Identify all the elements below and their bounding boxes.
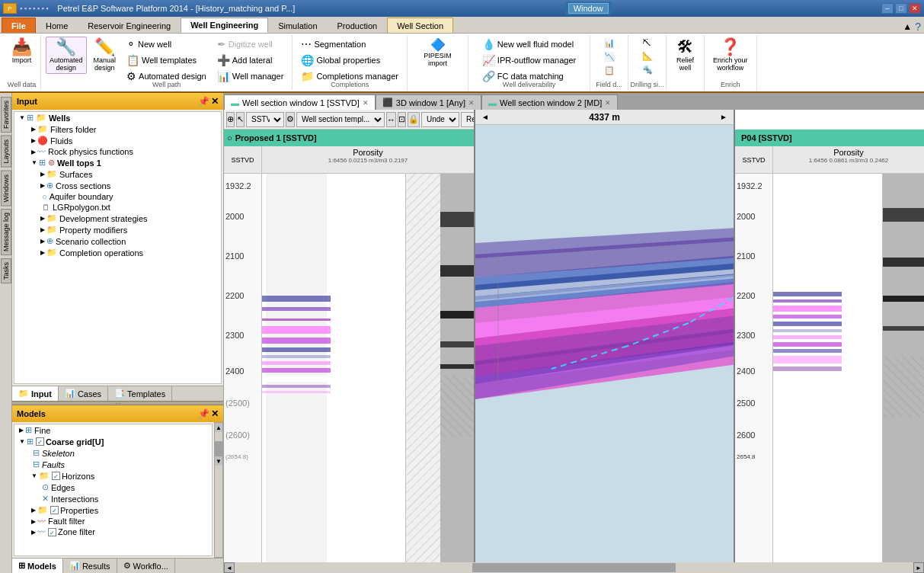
ipr-button[interactable]: 📈 IPR-outflow manager (478, 53, 580, 68)
devstrat-arrow[interactable]: ▶ (40, 215, 45, 222)
tree-item-filters[interactable]: ▶ 📁 Filters folder (14, 123, 221, 135)
nav-up-icon[interactable]: ▲ (903, 21, 912, 32)
scroll-right-btn[interactable]: ► (913, 562, 924, 573)
scroll-down-btn[interactable]: ▼ (215, 456, 222, 466)
properties-arrow[interactable]: ▶ (31, 507, 36, 514)
tree-item-cross-sections[interactable]: ▶ ⊕ Cross sections (14, 180, 221, 191)
add-lateral-button[interactable]: ➕ Add lateral (213, 53, 288, 68)
automated-design-button[interactable]: 🔧 Automateddesign (46, 37, 87, 74)
filters-arrow[interactable]: ▶ (31, 126, 36, 133)
workflows-bottom-tab[interactable]: ⚙ Workflo... (117, 559, 175, 573)
maximize-btn[interactable]: □ (895, 3, 907, 14)
tab-home[interactable]: Home (36, 18, 78, 33)
well1-sstv-select[interactable]: SSTV (246, 112, 284, 127)
tasks-tab[interactable]: Tasks (1, 258, 11, 283)
tree-item-well-tops[interactable]: ▼ ⊞ ⊚ Well tops 1 (14, 157, 221, 168)
tree-item-fault-filter[interactable]: ▶ 〰 Fault filter (14, 516, 212, 527)
segmentation-button[interactable]: ⋯ Segmentation (297, 37, 402, 52)
fieldd-btn2[interactable]: 📉 (600, 50, 619, 63)
new-well-button[interactable]: ⚬ New well (123, 37, 210, 52)
templates-tab[interactable]: 📑 Templates (108, 386, 172, 401)
surfaces-arrow[interactable]: ▶ (40, 171, 45, 178)
scroll-up-btn[interactable]: ▲ (215, 423, 222, 432)
tree-item-rock-physics[interactable]: ▶ 〰 Rock physics functions (14, 146, 221, 157)
scroll-thumb[interactable] (215, 441, 222, 456)
h-scroll-thumb[interactable] (472, 563, 676, 572)
drilling-btn2[interactable]: 📐 (638, 50, 657, 62)
well1-cursor-btn[interactable]: ↖ (236, 112, 245, 127)
cases-tab[interactable]: 📊 Cases (59, 386, 108, 401)
tree-item-prop-modifiers[interactable]: ▶ 📁 Property modifiers (14, 224, 221, 235)
3d-close-icon[interactable]: ✕ (468, 99, 475, 107)
doc-tab-well2[interactable]: ▬ Well section window 2 [MD] ✕ (481, 94, 618, 110)
tab-file[interactable]: File (2, 18, 36, 33)
propmod-arrow[interactable]: ▶ (40, 226, 45, 233)
zonefilter-arrow[interactable]: ▶ (31, 529, 36, 536)
well1-btn2[interactable]: ⊡ (398, 112, 406, 127)
pipesim-button[interactable]: 🔷 PIPESIMimport (420, 37, 456, 69)
well1-close-icon[interactable]: ✕ (363, 99, 369, 107)
horizons-arrow[interactable]: ▼ (31, 472, 37, 479)
tree-item-edges[interactable]: ⊙ Edges (14, 482, 212, 493)
models-close-icon[interactable]: ✕ (211, 408, 219, 419)
well1-config-btn[interactable]: ⚙ (286, 112, 295, 127)
well-manager-button[interactable]: 📊 Well manager (213, 69, 288, 84)
tree-item-properties[interactable]: ▶ 📁 Properties (14, 504, 212, 516)
tab-well-section[interactable]: Well Section (387, 18, 453, 33)
3d-viz[interactable] (475, 125, 734, 573)
input-tab[interactable]: 📁 Input (12, 386, 59, 401)
drilling-btn3[interactable]: 🔩 (638, 63, 657, 76)
welltops-arrow[interactable]: ▼ (31, 159, 37, 166)
well2-close-icon[interactable]: ✕ (605, 99, 611, 107)
tree-item-lgr[interactable]: 🗒 LGRpolygon.txt (14, 202, 221, 213)
wells-expand-arrow[interactable]: ▼ (19, 114, 25, 121)
h-scrollbar[interactable]: ◄ ► (224, 562, 924, 573)
tree-item-fine[interactable]: ▶ ⊞ Fine (14, 424, 212, 436)
well1-template-select[interactable]: Well section templ... (296, 112, 385, 127)
tree-item-faults[interactable]: ⊟ Faults (14, 459, 212, 470)
well1-btn3[interactable]: 🔒 (408, 112, 420, 127)
tree-item-intersections[interactable]: ✕ Intersections (14, 493, 212, 504)
new-well-fluid-button[interactable]: 💧 New well fluid model (478, 37, 580, 52)
coarse-checkbox[interactable] (36, 437, 44, 446)
tree-item-skeleton[interactable]: ⊟ Skeleton (14, 447, 212, 459)
tree-item-wells[interactable]: ▼ ⊞ 📁 Wells (14, 112, 221, 123)
well1-btn1[interactable]: ↔ (386, 112, 396, 127)
help-icon[interactable]: ? (915, 21, 921, 33)
compops-arrow[interactable]: ▶ (40, 249, 45, 256)
input-close-icon[interactable]: ✕ (211, 96, 219, 107)
tree-item-dev-strategies[interactable]: ▶ 📁 Development strategies (14, 213, 221, 224)
models-bottom-tab[interactable]: ⊞ Models (12, 559, 63, 573)
fine-arrow[interactable]: ▶ (19, 427, 24, 434)
coarse-arrow[interactable]: ▼ (19, 438, 25, 445)
import-button[interactable]: 📥 Import (8, 37, 36, 66)
tree-item-coarse[interactable]: ▼ ⊞ Coarse grid[U] (14, 436, 212, 447)
enrich-button[interactable]: ❓ Enrich yourworkflow (709, 37, 752, 74)
scroll-left-btn[interactable]: ◄ (224, 562, 235, 573)
tab-production[interactable]: Production (328, 18, 388, 33)
well1-pointer-btn[interactable]: ⊕ (226, 112, 235, 127)
tree-item-fluids[interactable]: ▶ 🔴 Fluids (14, 135, 221, 146)
tab-well-engineering[interactable]: Well Engineering (181, 18, 268, 33)
digitize-well-button[interactable]: ✒ Digitize well (213, 37, 288, 52)
windows-tab[interactable]: Windows (1, 171, 11, 206)
tree-item-scenario[interactable]: ▶ ⊕ Scenario collection (14, 235, 221, 247)
models-pin-icon[interactable]: 📌 (198, 408, 209, 419)
layouts-tab[interactable]: Layouts (1, 136, 11, 168)
pin-icon[interactable]: 📌 (198, 96, 209, 107)
tab-simulation[interactable]: Simulation (268, 18, 327, 33)
models-scrollbar[interactable]: ▲ ▼ (214, 422, 223, 558)
results-bottom-tab[interactable]: 📊 Results (63, 559, 117, 573)
fluids-arrow[interactable]: ▶ (31, 137, 36, 144)
tab-reservoir[interactable]: Reservoir Engineering (78, 18, 181, 33)
well-templates-button[interactable]: 📋 Well templates (123, 53, 210, 68)
doc-tab-3d[interactable]: ⬛ 3D window 1 [Any] ✕ (376, 94, 481, 110)
doc-tab-well1[interactable]: ▬ Well section window 1 [SSTVD] ✕ (224, 94, 376, 110)
cross-arrow[interactable]: ▶ (40, 182, 45, 189)
manual-design-button[interactable]: ✏️ Manualdesign (90, 37, 120, 74)
relief-well-button[interactable]: 🛠 Reliefwell (673, 37, 698, 74)
close-btn[interactable]: ✕ (909, 3, 921, 14)
well1-relati-select[interactable]: Relati... (461, 112, 474, 127)
minimize-btn[interactable]: – (881, 3, 894, 14)
tree-item-horizons[interactable]: ▼ 📁 Horizons (14, 470, 212, 482)
